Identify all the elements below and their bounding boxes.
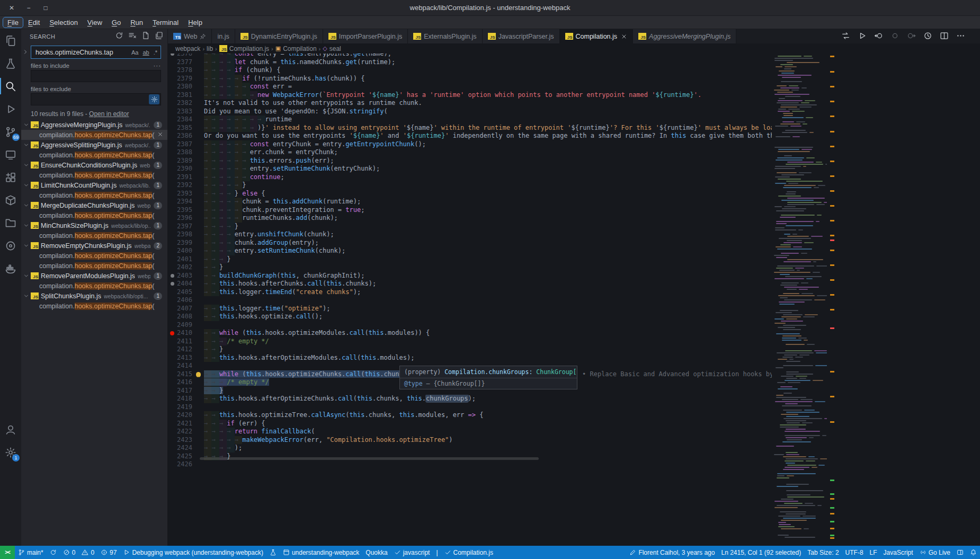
line-number[interactable]: 2405 xyxy=(176,288,192,297)
chevron-down-icon[interactable] xyxy=(23,182,31,188)
result-file-row[interactable]: JSEnsureChunkConditionsPlugin.jsweb...1 xyxy=(21,160,167,170)
horizontal-scrollbar[interactable] xyxy=(200,457,539,460)
statusbar-git-blame[interactable]: Florent Caihol, 3 years ago xyxy=(626,546,718,559)
search-details-toggle[interactable]: ··· xyxy=(154,63,162,69)
line-number[interactable]: 2424 xyxy=(176,444,192,452)
chevron-down-icon[interactable] xyxy=(23,162,31,168)
line-number[interactable]: 2379 xyxy=(176,75,192,83)
code-line[interactable]: 2413→→this.hooks.afterOptimizeModules.ca… xyxy=(168,354,772,362)
statusbar-file-check[interactable]: Compilation.js xyxy=(441,546,496,559)
code-line[interactable]: 2390→→→→→→entry.setRuntimeChunk(entryChu… xyxy=(168,165,772,173)
close-window-icon[interactable]: ✕ xyxy=(7,4,16,12)
code-line[interactable]: 2377→→→→let chunk = this.namedChunks.get… xyxy=(168,58,772,67)
result-file-row[interactable]: JSLimitChunkCountPlugin.jswebpack/lib...… xyxy=(21,180,167,190)
line-number[interactable]: 2422 xyxy=(176,428,192,436)
line-number[interactable]: 2388 xyxy=(176,148,192,157)
statusbar-indentation[interactable]: Tab Size: 2 xyxy=(804,546,842,559)
line-number[interactable]: 2406 xyxy=(176,296,192,305)
result-file-row[interactable]: JSSplitChunksPlugin.jswebpack/lib/opti..… xyxy=(21,291,167,301)
line-number[interactable]: 2419 xyxy=(176,403,192,412)
minimap[interactable] xyxy=(774,54,827,546)
statusbar-go-live[interactable]: Go Live xyxy=(916,546,954,559)
code-line[interactable]: 2400→→→→entry.setRuntimeChunk(chunk); xyxy=(168,247,772,255)
menu-selection[interactable]: Selection xyxy=(45,17,82,28)
line-number[interactable]: 2390 xyxy=(176,165,192,173)
activitybar-run-and-debug[interactable] xyxy=(0,97,21,120)
code-line[interactable]: 2420→→this.hooks.optimizeTree.callAsync(… xyxy=(168,411,772,420)
code-line[interactable]: 2411→→→/* empty */ xyxy=(168,338,772,346)
result-file-row[interactable]: JSRemoveEmptyChunksPlugin.jswebpa...2 xyxy=(21,241,167,251)
line-number[interactable]: 2380 xyxy=(176,83,192,91)
line-number[interactable]: 2418 xyxy=(176,395,192,403)
match-case-toggle[interactable]: Aa xyxy=(130,49,140,56)
result-match-row[interactable]: compilation.hooks.optimizeChunks.tap( xyxy=(21,130,167,140)
tab-JavascriptParser.js[interactable]: JSJavascriptParser.js xyxy=(483,29,560,43)
maximize-window-icon[interactable]: □ xyxy=(41,4,50,12)
result-file-row[interactable]: JSMinChunkSizePlugin.jswebpack/lib/op...… xyxy=(21,220,167,230)
line-number[interactable]: 2402 xyxy=(176,263,192,272)
menu-view[interactable]: View xyxy=(83,17,106,28)
line-number[interactable]: 2387 xyxy=(176,140,192,149)
minimize-window-icon[interactable]: − xyxy=(24,4,33,12)
activitybar-extensions[interactable] xyxy=(0,166,21,189)
code-line[interactable]: 2389→→→→→→this.errors.push(err); xyxy=(168,157,772,165)
activitybar-accounts[interactable] xyxy=(0,418,21,441)
line-number[interactable]: 2378 xyxy=(176,66,192,75)
code-line[interactable]: 2399→→→→chunk.addGroup(entry); xyxy=(168,239,772,247)
code-line[interactable]: 2405→→this.logger.timeEnd("create chunks… xyxy=(168,288,772,297)
statusbar-layout[interactable] xyxy=(954,546,967,559)
result-match-row[interactable]: compilation.hooks.optimizeChunks.tap( xyxy=(21,190,167,200)
code-line[interactable]: 2384→→→→→→→→runtime xyxy=(168,116,772,124)
code-line[interactable]: 2395→→→→→chunk.preventIntegration = true… xyxy=(168,206,772,215)
line-number[interactable]: 2392 xyxy=(176,181,192,190)
tab-Compilation.js[interactable]: JSCompilation.js xyxy=(560,29,634,43)
line-number[interactable]: 2400 xyxy=(176,247,192,255)
collapse-all-icon[interactable] xyxy=(155,31,163,41)
chevron-down-icon[interactable] xyxy=(23,243,31,249)
code-line[interactable]: 2401→→→} xyxy=(168,255,772,264)
overview-ruler[interactable] xyxy=(828,54,836,546)
line-number[interactable]: 2398 xyxy=(176,230,192,239)
line-number[interactable]: 2377 xyxy=(176,58,192,67)
statusbar-git-branch[interactable]: main* xyxy=(15,546,47,559)
result-match-row[interactable]: compilation.hooks.optimizeChunks.tap( xyxy=(21,281,167,291)
line-number[interactable]: 2421 xyxy=(176,420,192,428)
line-number[interactable]: 2411 xyxy=(176,338,192,346)
line-number[interactable]: 2394 xyxy=(176,198,192,206)
tab-AggressiveMergingPlugin.js[interactable]: JSAggressiveMergingPlugin.js xyxy=(633,29,736,43)
code-line[interactable]: 2381→→→→→→→new WebpackError(`Entrypoint … xyxy=(168,91,772,100)
activitybar-quokka[interactable] xyxy=(0,52,21,75)
code-line[interactable]: 2380→→→→→→const err = xyxy=(168,83,772,91)
statusbar-debug-status[interactable]: Debugging webpack (understanding-webpack… xyxy=(120,546,266,559)
result-match-row[interactable]: compilation.hooks.optimizeChunks.tap( xyxy=(21,210,167,220)
code-line[interactable]: 2410→→while (this.hooks.optimizeModules.… xyxy=(168,329,772,338)
code-line[interactable]: 2402→→} xyxy=(168,263,772,272)
line-number[interactable]: 2416 xyxy=(176,378,192,387)
line-number[interactable]: 2393 xyxy=(176,190,192,198)
activitybar-docker[interactable] xyxy=(0,257,21,280)
code-line[interactable]: 2408→→this.hooks.optimize.call(); xyxy=(168,313,772,321)
chevron-down-icon[interactable] xyxy=(23,223,31,228)
code-line[interactable]: 2392→→→→→} xyxy=(168,181,772,190)
line-number[interactable]: 2414 xyxy=(176,362,192,370)
code-line[interactable]: 2409 xyxy=(168,321,772,330)
statusbar-remote-indicator[interactable]: >< xyxy=(0,546,15,559)
tab-Web[interactable]: TSWeb xyxy=(168,29,212,43)
code-line[interactable]: 2426 xyxy=(168,460,772,469)
whole-word-toggle[interactable]: ab xyxy=(141,49,150,56)
line-number[interactable]: 2423 xyxy=(176,436,192,445)
statusbar-separator[interactable]: | xyxy=(433,546,441,559)
result-match-row[interactable]: compilation.hooks.optimizeChunks.tap( xyxy=(21,251,167,261)
line-number[interactable]: 2384 xyxy=(176,116,192,124)
breakpoint-icon[interactable] xyxy=(170,331,174,335)
statusbar-info-count[interactable]: 97 xyxy=(97,546,120,559)
code-line[interactable]: 2387→→→→→→const entryChunk = entry.getEn… xyxy=(168,140,772,149)
statusbar-encoding[interactable]: UTF-8 xyxy=(842,546,867,559)
menu-help[interactable]: Help xyxy=(184,17,207,28)
result-file-row[interactable]: JSAggressiveSplittingPlugin.jswebpack/..… xyxy=(21,140,167,150)
line-number[interactable]: 2386 xyxy=(176,132,192,140)
code-line[interactable]: 2424→→→→); xyxy=(168,444,772,452)
use-exclude-settings-icon[interactable] xyxy=(149,94,159,104)
chevron-down-icon[interactable] xyxy=(23,122,31,128)
activitybar-live-share[interactable] xyxy=(0,234,21,257)
